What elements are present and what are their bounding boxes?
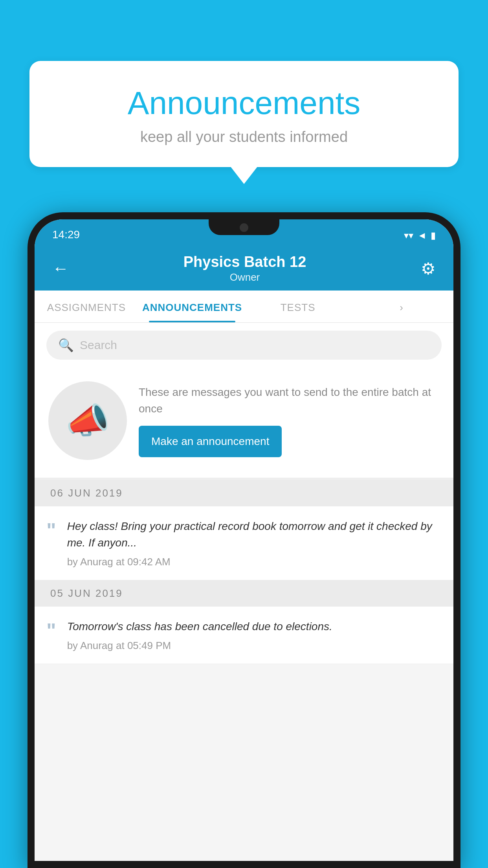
speech-bubble-section: Announcements keep all your students inf… [29,61,459,184]
announcement-content-2: Tomorrow's class has been cancelled due … [67,618,440,652]
announcement-prompt: 📣 These are messages you want to send to… [35,368,453,480]
date-separator-1: 06 JUN 2019 [35,480,453,506]
tab-announcements[interactable]: ANNOUNCEMENTS [138,291,246,322]
search-placeholder-text: Search [80,338,117,352]
speech-bubble-card: Announcements keep all your students inf… [29,61,459,167]
megaphone-circle: 📣 [48,381,127,460]
tab-more[interactable]: › [350,291,453,322]
prompt-right: These are messages you want to send to t… [139,384,440,457]
megaphone-icon: 📣 [66,400,110,441]
bubble-subtitle: keep all your students informed [49,129,439,145]
tab-tests[interactable]: TESTS [246,291,350,322]
bubble-title: Announcements [49,85,439,121]
announcement-text-2: Tomorrow's class has been cancelled due … [67,618,440,635]
announcement-item-2: " Tomorrow's class has been cancelled du… [35,607,453,664]
status-icons: ▾▾ ◄ ▮ [404,230,436,241]
tab-assignments[interactable]: ASSIGNMENTS [35,291,138,322]
phone-camera [240,223,248,232]
batch-title: Physics Batch 12 [183,254,306,270]
quote-icon-2: " [46,620,56,641]
wifi-icon: ▾▾ [404,230,413,241]
make-announcement-button[interactable]: Make an announcement [139,426,282,457]
date-separator-2: 05 JUN 2019 [35,580,453,607]
tabs-bar: ASSIGNMENTS ANNOUNCEMENTS TESTS › [35,291,453,323]
back-button[interactable]: ← [52,259,69,278]
announcement-text-1: Hey class! Bring your practical record b… [67,518,440,551]
announcement-item-1: " Hey class! Bring your practical record… [35,506,453,580]
header-center: Physics Batch 12 Owner [183,254,306,283]
phone-frame: 14:29 ▾▾ ◄ ▮ ← Physics Batch 12 Owner ⚙ … [28,212,460,868]
phone-notch [209,219,279,235]
battery-icon: ▮ [431,230,436,241]
prompt-description: These are messages you want to send to t… [139,384,440,417]
announcement-author-1: by Anurag at 09:42 AM [67,556,440,568]
status-time: 14:29 [52,228,80,241]
settings-icon[interactable]: ⚙ [421,259,436,278]
batch-role: Owner [183,271,306,283]
search-bar[interactable]: 🔍 Search [46,331,442,360]
signal-icon: ◄ [417,230,427,241]
search-icon: 🔍 [58,338,74,353]
quote-icon-1: " [46,520,56,541]
phone-screen: 14:29 ▾▾ ◄ ▮ ← Physics Batch 12 Owner ⚙ … [35,219,453,861]
app-header: ← Physics Batch 12 Owner ⚙ [35,245,453,291]
announcement-content-1: Hey class! Bring your practical record b… [67,518,440,568]
announcement-author-2: by Anurag at 05:49 PM [67,640,440,652]
speech-bubble-tail [230,166,258,184]
search-container: 🔍 Search [35,323,453,368]
